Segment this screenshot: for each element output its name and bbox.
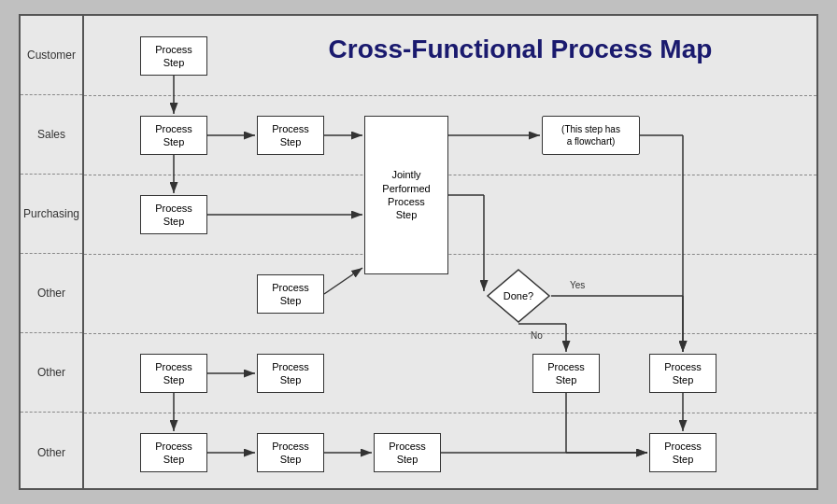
svg-text:Yes: Yes [570, 280, 585, 290]
svg-line-8 [324, 268, 362, 294]
svg-text:Done?: Done? [504, 290, 533, 301]
process-box-3: ProcessStep [257, 116, 324, 155]
arrows-svg: No Yes [84, 16, 816, 488]
diagram-outer: Customer Sales Purchasing Other Other Ot… [19, 14, 818, 490]
svg-text:No: No [531, 330, 543, 341]
lane-label-purchasing: Purchasing [21, 175, 82, 254]
process-box-13: ProcessStep [374, 433, 441, 472]
diagram-title: Cross-Functional Process Map [234, 35, 807, 64]
process-box-12: ProcessStep [257, 433, 324, 472]
jointly-performed-box: JointlyPerformedProcessStep [364, 116, 448, 274]
process-box-8: ProcessStep [257, 354, 324, 393]
process-box-7: ProcessStep [140, 354, 207, 393]
divider-5 [84, 413, 816, 413]
process-box-10: ProcessStep [649, 354, 716, 393]
divider-1 [84, 95, 816, 96]
process-box-9: ProcessStep [532, 354, 600, 393]
lane-label-other2: Other [21, 333, 82, 413]
process-box-14: ProcessStep [649, 433, 716, 472]
lane-label-customer: Customer [21, 16, 82, 95]
process-box-5: ProcessStep [140, 195, 207, 234]
divider-2 [84, 175, 816, 175]
lane-label-sales: Sales [21, 95, 82, 175]
process-box-2: ProcessStep [140, 116, 207, 155]
lane-label-other3: Other [21, 413, 82, 492]
process-box-11: ProcessStep [140, 433, 207, 472]
lane-label-other1: Other [21, 254, 82, 333]
divider-4 [84, 333, 816, 334]
diagram-content: Cross-Functional Process Map ProcessStep… [84, 16, 816, 488]
process-box-6: ProcessStep [257, 274, 324, 314]
flowchart-note: (This step hasa flowchart) [542, 116, 640, 155]
lane-labels: Customer Sales Purchasing Other Other Ot… [21, 16, 84, 488]
diamond-done: Done? [486, 268, 551, 324]
process-box-1: ProcessStep [140, 36, 207, 76]
divider-3 [84, 254, 816, 255]
